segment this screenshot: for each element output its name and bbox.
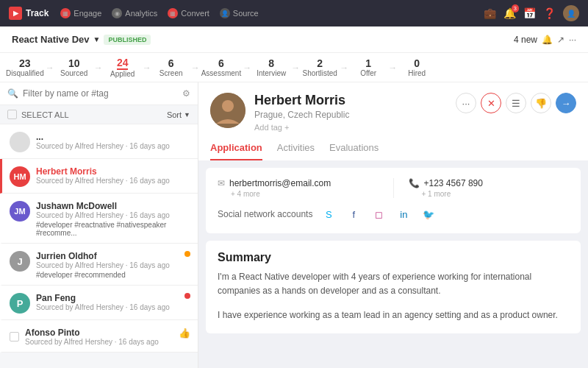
- briefcase-icon[interactable]: 💼: [484, 7, 496, 19]
- search-input[interactable]: [23, 88, 178, 99]
- sort-button[interactable]: Sort ▼: [167, 110, 190, 119]
- avatar: [10, 132, 30, 152]
- user-avatar[interactable]: 👤: [563, 5, 579, 21]
- dislike-button[interactable]: 👎: [531, 93, 551, 113]
- email-more[interactable]: + 4 more: [231, 190, 379, 198]
- candidate-name: Herbert Morris: [36, 166, 190, 177]
- avatar: P: [10, 293, 30, 314]
- nav-engage[interactable]: ▦ Engage: [60, 8, 101, 18]
- arrow-icon: →: [44, 63, 56, 73]
- candidate-source: Sourced by Alfred Hershey · 16 days ago: [25, 338, 173, 346]
- avatar: HM: [10, 166, 30, 187]
- candidate-source: Sourced by Alfred Hershey · 16 days ago: [36, 177, 190, 185]
- list-item[interactable]: HM Herbert Morris Sourced by Alfred Hers…: [0, 159, 198, 194]
- phone-more[interactable]: + 1 more: [422, 190, 570, 198]
- convert-icon: ▦: [168, 8, 178, 18]
- candidate-info: Afonso Pinto Sourced by Alfred Hershey ·…: [25, 328, 173, 346]
- stage-sourced[interactable]: 10 Sourced: [56, 57, 93, 77]
- vertical-divider: [393, 178, 394, 198]
- candidate-tabs: Application Activities Evaluations: [210, 139, 576, 160]
- instagram-icon[interactable]: ◻: [370, 205, 387, 223]
- candidate-name: Jurrien Oldhof: [36, 251, 179, 261]
- phone-label: 📞 +123 4567 890: [409, 178, 570, 188]
- bell-icon[interactable]: 🔔3: [503, 7, 516, 19]
- more-options-icon[interactable]: ···: [569, 35, 576, 45]
- tab-evaluations[interactable]: Evaluations: [329, 142, 379, 160]
- chevron-down-icon: ▼: [93, 35, 101, 43]
- help-icon[interactable]: ❓: [543, 7, 556, 19]
- sub-navigation: React Native Dev ▼ PUBLISHED 4 new 🔔 ↗ ·…: [0, 26, 588, 53]
- candidate-tags: #developer #reactnative #nativespeaker #…: [36, 221, 190, 237]
- candidate-full-name: Herbert Morris: [254, 93, 447, 108]
- published-badge: PUBLISHED: [104, 35, 151, 45]
- new-count: 4 new: [514, 35, 537, 45]
- candidate-source: Sourced by Alfred Hershey · 16 days ago: [36, 303, 179, 311]
- stage-screen[interactable]: 6 Screen: [153, 57, 190, 77]
- candidate-detail: Herbert Morris Prague, Czech Republic Ad…: [254, 93, 447, 132]
- share-icon[interactable]: ↗: [557, 35, 564, 45]
- tab-activities[interactable]: Activities: [277, 142, 315, 160]
- list-item[interactable]: JM Jushawn McDowell Sourced by Alfred He…: [0, 194, 198, 244]
- more-options-button[interactable]: ···: [456, 93, 476, 113]
- thumbs-up-icon: 👍: [179, 328, 190, 339]
- alert-bell-icon[interactable]: 🔔: [542, 35, 553, 45]
- candidate-tags: #developer #recommended: [36, 271, 179, 279]
- list-item[interactable]: ... Sourced by Alfred Hershey · 16 days …: [0, 124, 198, 159]
- select-all-label: SELECT ALL: [21, 110, 162, 119]
- pipeline-title[interactable]: React Native Dev ▼ PUBLISHED: [12, 34, 151, 45]
- arrow-icon: →: [93, 63, 104, 73]
- filter-icon[interactable]: ⚙: [182, 88, 190, 99]
- candidate-action: [184, 251, 190, 257]
- stage-shortlisted[interactable]: 2 Shortlisted: [301, 57, 338, 77]
- candidate-info: Pan Feng Sourced by Alfred Hershey · 16 …: [36, 293, 179, 311]
- stage-interview[interactable]: 8 Interview: [253, 57, 290, 77]
- candidate-info: ... Sourced by Alfred Hershey · 16 days …: [36, 132, 190, 150]
- sort-chevron-icon: ▼: [184, 111, 190, 118]
- email-value: herbertmorris@email.com: [229, 178, 331, 188]
- stage-offer[interactable]: 1 Offer: [350, 57, 387, 77]
- stage-disqualified[interactable]: 23 Disqualified: [6, 57, 44, 77]
- brand-label: Track: [26, 8, 49, 18]
- reject-button[interactable]: ✕: [481, 93, 501, 113]
- source-icon: 👤: [220, 8, 230, 18]
- candidate-name: ...: [36, 132, 190, 142]
- nav-source[interactable]: 👤 Source: [220, 8, 259, 18]
- social-label: Social network accounts: [218, 209, 312, 219]
- stage-hired[interactable]: 0 Hired: [398, 57, 435, 77]
- twitter-icon[interactable]: 🐦: [420, 205, 437, 223]
- list-view-button[interactable]: ☰: [506, 93, 526, 113]
- phone-value: +123 4567 890: [424, 178, 483, 188]
- select-candidate-checkbox[interactable]: [10, 332, 19, 342]
- main-content: 🔍 ⚙ SELECT ALL Sort ▼ ... Sourced by Alf…: [0, 82, 588, 368]
- status-dot-icon: [184, 251, 190, 257]
- facebook-icon[interactable]: f: [345, 205, 362, 223]
- list-item[interactable]: J Jurrien Oldhof Sourced by Alfred Hersh…: [0, 244, 198, 286]
- reject-dot-icon: [184, 293, 190, 299]
- phone-icon: 📞: [409, 178, 420, 188]
- nav-analytics[interactable]: ◉ Analytics: [112, 8, 157, 18]
- linkedin-icon[interactable]: in: [395, 205, 412, 223]
- header-action-buttons: ··· ✕ ☰ 👎 →: [456, 93, 576, 113]
- arrow-icon: →: [387, 63, 398, 73]
- nav-items: ▦ Engage ◉ Analytics ▦ Convert 👤 Source: [60, 8, 472, 18]
- search-icon: 🔍: [7, 88, 18, 99]
- stage-assessment[interactable]: 6 Assessment: [201, 57, 241, 77]
- candidate-name: Afonso Pinto: [25, 328, 173, 338]
- tab-application[interactable]: Application: [210, 142, 262, 160]
- add-tag-button[interactable]: Add tag +: [254, 123, 447, 132]
- skype-icon[interactable]: S: [320, 205, 337, 223]
- select-all-checkbox[interactable]: [7, 110, 17, 119]
- arrow-icon: →: [141, 63, 153, 73]
- brand-logo[interactable]: ▶ Track: [9, 7, 49, 20]
- candidate-info: Herbert Morris Sourced by Alfred Hershey…: [36, 166, 190, 185]
- new-badge-area: 4 new 🔔 ↗ ···: [514, 35, 576, 45]
- email-icon: ✉: [218, 178, 225, 188]
- nav-convert[interactable]: ▦ Convert: [168, 8, 209, 18]
- stage-applied[interactable]: 24 Applied: [104, 57, 141, 78]
- list-item[interactable]: Afonso Pinto Sourced by Alfred Hershey ·…: [0, 320, 198, 353]
- calendar-icon[interactable]: 📅: [523, 7, 536, 19]
- avatar: JM: [10, 201, 30, 222]
- list-item[interactable]: P Pan Feng Sourced by Alfred Hershey · 1…: [0, 286, 198, 320]
- advance-button[interactable]: →: [556, 93, 576, 113]
- candidates-list: ... Sourced by Alfred Hershey · 16 days …: [0, 124, 198, 368]
